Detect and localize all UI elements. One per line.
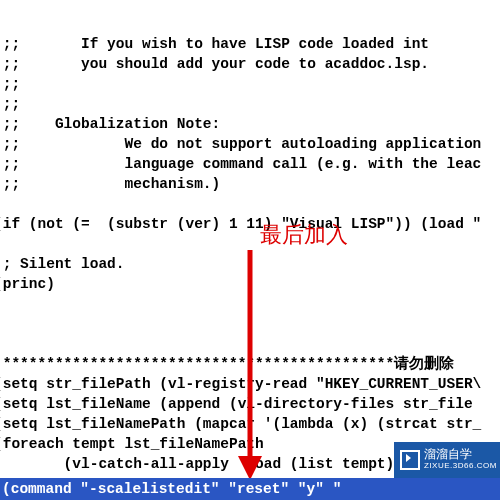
code-editor: ;;; If you wish to have LISP code loaded… [0,0,481,500]
play-icon [400,450,420,470]
watermark-badge: 溜溜自学 ZIXUE.3D66.COM [394,442,500,478]
highlighted-command-line[interactable]: (command "-scalelistedit" "reset" "y" " [0,478,500,500]
annotation-label: 最后加入 [260,225,348,245]
watermark-brand: 溜溜自学 [424,448,497,460]
code-block: ;;; If you wish to have LISP code loaded… [0,34,481,500]
watermark-domain: ZIXUE.3D66.COM [424,460,497,472]
